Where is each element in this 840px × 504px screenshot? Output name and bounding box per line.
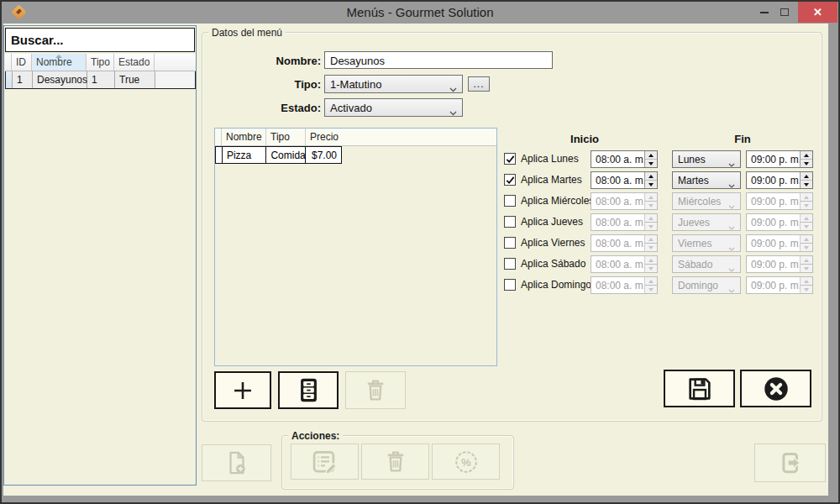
- cancel-button[interactable]: [740, 370, 811, 407]
- column-header-tipo[interactable]: Tipo: [266, 129, 306, 145]
- groupbox-title: Datos del menú: [208, 27, 286, 39]
- start-time-picker[interactable]: 08:00 a. m.: [591, 150, 658, 168]
- checkbox-aplica-sabado[interactable]: [504, 258, 516, 270]
- cell-id: 1: [13, 71, 33, 88]
- schedule-row-domingo: Aplica Domingo 08:00 a. m. Domingo 09:00…: [3, 276, 828, 294]
- maximize-icon: [780, 8, 789, 16]
- start-time-picker[interactable]: 08:00 a. m.: [591, 171, 658, 189]
- fin-header: Fin: [701, 133, 785, 145]
- cell-tipo: 1: [87, 71, 115, 88]
- items-grid-header: Nombre Tipo Precio: [215, 129, 496, 146]
- checkbox-aplica-lunes[interactable]: [504, 153, 516, 165]
- spin-down-icon: [801, 265, 812, 272]
- tipo-select-value: 1-Matutino: [330, 78, 381, 91]
- row-selector[interactable]: [6, 71, 13, 88]
- checkbox-label[interactable]: Aplica Sábado: [521, 255, 585, 273]
- spin-up-icon: [801, 214, 812, 223]
- checkbox-label[interactable]: Aplica Jueves: [521, 213, 583, 231]
- day-select[interactable]: Martes: [672, 171, 741, 189]
- checkbox-label[interactable]: Aplica Domingo: [521, 276, 591, 294]
- time-spinner: [644, 214, 657, 230]
- acciones-label: Acciones:: [288, 430, 343, 442]
- form-body: ID Nombre Tipo Estado 1 Desayunos 1 True…: [3, 24, 828, 496]
- spin-down-icon: [801, 223, 812, 230]
- add-item-button[interactable]: [214, 371, 271, 409]
- drawer-cabinet-icon: [297, 377, 320, 403]
- end-time-picker: 09:00 p. m.: [746, 213, 813, 231]
- maximize-button[interactable]: [774, 2, 795, 23]
- checkbox-label[interactable]: Aplica Miércoles: [521, 192, 594, 210]
- plus-icon: [231, 379, 255, 402]
- estado-select[interactable]: Activado: [324, 98, 463, 117]
- spin-up-icon: [801, 235, 812, 244]
- spin-down-icon: [645, 244, 657, 251]
- checkbox-aplica-miercoles[interactable]: [504, 195, 516, 207]
- time-spinner[interactable]: [800, 172, 812, 188]
- cell-filler: [155, 71, 195, 88]
- start-time-picker: 08:00 a. m.: [591, 255, 658, 273]
- minimize-button[interactable]: [754, 2, 774, 23]
- checkbox-aplica-viernes[interactable]: [504, 237, 516, 249]
- time-spinner: [800, 214, 812, 230]
- item-list-button[interactable]: [278, 371, 339, 409]
- row-selector-header: [5, 54, 12, 71]
- spin-up-icon[interactable]: [801, 151, 812, 160]
- start-time-picker: 08:00 a. m.: [591, 234, 658, 252]
- column-header-nombre[interactable]: Nombre: [222, 129, 266, 145]
- table-row[interactable]: 1 Desayunos 1 True: [5, 71, 196, 89]
- spin-up-icon: [645, 193, 657, 202]
- column-header-nombre[interactable]: Nombre: [32, 54, 87, 71]
- spin-down-icon[interactable]: [801, 181, 812, 188]
- spin-down-icon[interactable]: [645, 160, 657, 167]
- sort-ascending-icon: [55, 55, 62, 58]
- close-button[interactable]: ✕: [798, 2, 837, 23]
- chevron-down-icon: [728, 284, 735, 296]
- inicio-header: Inicio: [543, 133, 627, 145]
- spin-up-icon: [645, 214, 657, 223]
- chevron-down-icon: [449, 82, 457, 95]
- column-header-filler: [341, 129, 496, 145]
- spin-down-icon: [645, 202, 657, 209]
- chevron-down-icon: [728, 179, 735, 191]
- column-header-precio[interactable]: Precio: [306, 129, 341, 145]
- nombre-field[interactable]: Desayunos: [324, 51, 553, 69]
- day-select[interactable]: Lunes: [672, 150, 741, 168]
- column-header-estado[interactable]: Estado: [114, 54, 155, 71]
- checkbox-aplica-domingo[interactable]: [504, 279, 516, 291]
- svg-text:%: %: [461, 455, 471, 468]
- check-icon: [506, 155, 515, 164]
- checkbox-label[interactable]: Aplica Lunes: [521, 150, 579, 168]
- end-time-picker[interactable]: 09:00 p. m.: [746, 171, 813, 189]
- search-input[interactable]: [5, 28, 195, 52]
- estado-select-value: Activado: [330, 102, 372, 114]
- minimize-icon: [760, 12, 769, 13]
- day-select: Sábado: [672, 255, 741, 273]
- tipo-browse-button[interactable]: ...: [468, 76, 490, 92]
- spin-down-icon: [801, 286, 812, 293]
- end-time-picker[interactable]: 09:00 p. m.: [746, 150, 813, 168]
- column-header-tipo[interactable]: Tipo: [87, 54, 114, 71]
- checkbox-label[interactable]: Aplica Martes: [521, 171, 582, 189]
- cell-nombre: Desayunos: [33, 71, 87, 88]
- discount-button: %: [432, 444, 500, 480]
- checkbox-label[interactable]: Aplica Viernes: [521, 234, 585, 252]
- save-button[interactable]: [664, 370, 735, 407]
- spin-up-icon[interactable]: [801, 172, 812, 181]
- spin-up-icon[interactable]: [645, 151, 657, 160]
- column-header-id[interactable]: ID: [12, 54, 32, 71]
- checkbox-aplica-martes[interactable]: [504, 174, 516, 186]
- spin-down-icon[interactable]: [801, 160, 812, 167]
- chevron-down-icon: [728, 221, 735, 233]
- trash-icon: [385, 449, 407, 474]
- window-title: Menús - Gourmet Solution: [2, 5, 838, 19]
- time-spinner[interactable]: [800, 151, 812, 167]
- schedule-row-lunes: Aplica Lunes 08:00 a. m. Lunes 09:00 p. …: [3, 150, 828, 168]
- cancel-circle-x-icon: [763, 375, 790, 402]
- time-spinner[interactable]: [644, 151, 657, 167]
- schedule-row-viernes: Aplica Viernes 08:00 a. m. Viernes 09:00…: [3, 234, 828, 252]
- time-spinner[interactable]: [644, 172, 657, 188]
- checkbox-aplica-jueves[interactable]: [504, 216, 516, 228]
- spin-up-icon[interactable]: [645, 172, 657, 181]
- tipo-select[interactable]: 1-Matutino: [324, 75, 463, 93]
- spin-down-icon[interactable]: [645, 181, 657, 188]
